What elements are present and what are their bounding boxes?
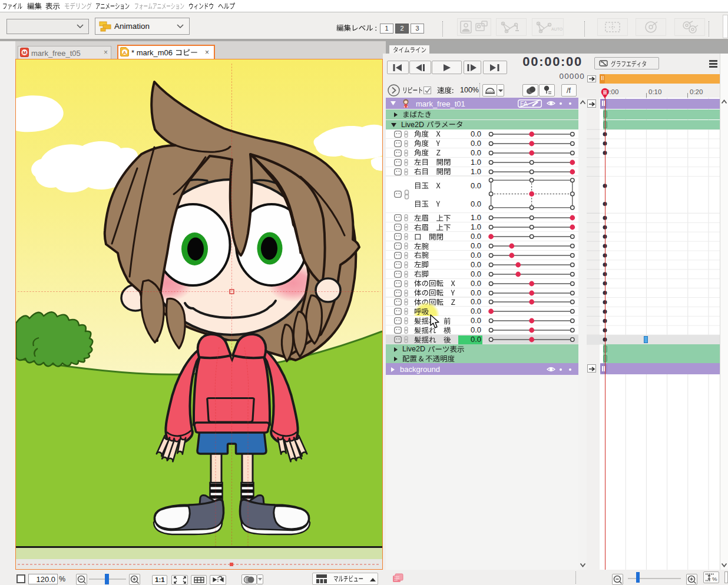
svg-text:FA: FA — [520, 100, 528, 107]
svg-text:%: % — [712, 576, 717, 582]
svg-text:A: A — [123, 50, 127, 55]
svg-text:M: M — [22, 50, 27, 55]
svg-text:AUTO: AUTO — [551, 27, 563, 31]
